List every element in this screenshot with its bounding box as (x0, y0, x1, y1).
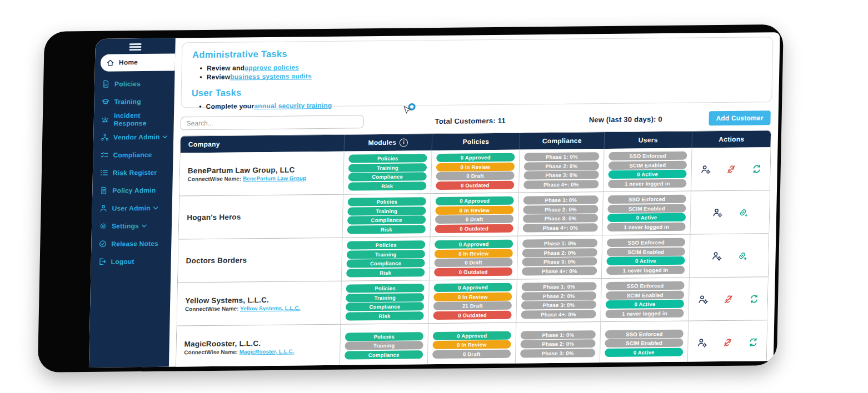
policie-pill: 0 Draft (436, 172, 515, 180)
policie-pill: 0 Approved (436, 196, 514, 205)
sync-icon[interactable] (751, 164, 761, 174)
user-pill: SCIM Enabled (607, 204, 686, 213)
sidebar-item-logout[interactable]: Logout (91, 253, 171, 270)
manage-users-icon[interactable] (697, 294, 707, 304)
compliance-pill: Phase 3: 0% (523, 214, 598, 223)
connectwise-link[interactable]: MagicRooster, L.L.C. (240, 348, 295, 355)
sidebar-item-incident-response[interactable]: Incident Response (94, 110, 174, 128)
approve-policies-link[interactable]: approve policies (245, 63, 299, 72)
link-icon[interactable] (737, 250, 747, 260)
compliance-pill: Phase 3: 0% (523, 170, 598, 179)
sidebar-item-risk-register[interactable]: Risk Register (93, 164, 173, 181)
modules-cell: PoliciesTrainingComplianceRisk (342, 194, 431, 238)
users-cell: SSO EnforcedSCIM Enabled0 Active1 never … (602, 192, 691, 235)
business-systems-audits-link[interactable]: business systems audits (230, 72, 312, 80)
module-pill: Risk (346, 268, 425, 277)
checklist-icon (100, 151, 108, 159)
menu-icon[interactable] (129, 43, 141, 51)
module-pill: Training (347, 206, 426, 215)
connectwise-link[interactable]: BenePartum Law Group (243, 175, 306, 182)
compliance-pill: Phase 3: 0% (521, 301, 596, 310)
list-icon (100, 169, 108, 177)
manage-users-icon[interactable] (711, 251, 721, 261)
info-icon[interactable] (400, 138, 408, 147)
user-pill: SCIM Enabled (607, 247, 685, 256)
user-pill: 0 Active (608, 170, 686, 179)
connectwise-link[interactable]: Yellow Systems, L.L.C. (240, 305, 301, 311)
search-input[interactable] (180, 115, 363, 130)
sidebar-item-home[interactable]: Home (101, 53, 176, 71)
page-canvas: HomePoliciesTrainingIncident ResponseVen… (0, 0, 868, 393)
policies-cell: 0 Approved0 In Review21 Draft0 Outdated (428, 280, 517, 324)
user-pill: 1 never logged in (608, 179, 686, 188)
column-header-compliance: Compliance (520, 132, 605, 149)
sidebar-item-vendor-admin[interactable]: Vendor Admin (93, 128, 174, 145)
actions-cell (689, 234, 769, 277)
user-task-item: Complete your annual security training (199, 97, 761, 110)
module-pill: Policies (348, 154, 427, 163)
user-tasks-heading: User Tasks (192, 82, 762, 98)
users-cell: SSO EnforcedSCIM Enabled0 Active1 never … (601, 235, 690, 279)
unlink-icon[interactable] (722, 337, 732, 347)
user-pill: SSO Enforced (607, 238, 685, 247)
policies-cell: 0 Approved0 In Review0 Draft (427, 323, 516, 367)
policie-pill: 0 Draft (434, 258, 512, 267)
sidebar-item-policy-admin[interactable]: Policy Admin (92, 182, 173, 199)
policie-pill: 0 In Review (433, 292, 512, 301)
module-pill: Compliance (346, 259, 425, 268)
column-header-users: Users (604, 132, 692, 149)
sync-icon[interactable] (749, 294, 759, 304)
policie-pill: 0 Outdated (434, 267, 512, 276)
modules-cell: PoliciesTrainingComplianceRisk (341, 237, 430, 281)
sidebar-item-settings[interactable]: Settings (92, 217, 172, 234)
company-cell: MagicRooster, L.L.C.ConnectWise Name: Ma… (176, 325, 341, 367)
policie-pill: 0 Approved (433, 331, 511, 340)
sidebar-item-user-admin[interactable]: User Admin (92, 199, 172, 216)
users-cell: SSO EnforcedSCIM Enabled0 Active1 never … (603, 148, 692, 192)
task-text: Review (207, 73, 231, 81)
unlink-icon[interactable] (723, 294, 733, 304)
module-pill: Risk (348, 182, 426, 190)
annual-security-training-link[interactable]: annual security training (254, 102, 332, 110)
sidebar-item-label: Compliance (113, 150, 152, 159)
link-icon[interactable] (738, 207, 748, 217)
module-pill: Training (347, 250, 425, 259)
device-frame: HomePoliciesTrainingIncident ResponseVen… (38, 24, 784, 372)
sidebar-item-training[interactable]: Training (94, 93, 174, 110)
company-name: Yellow Systems, L.L.C. (185, 295, 269, 304)
sidebar-item-compliance[interactable]: Compliance (93, 146, 173, 163)
chevron-down-icon (162, 135, 167, 138)
user-pill: 1 never logged in (606, 265, 685, 274)
modules-cell: PoliciesTrainingCompliance (340, 324, 428, 367)
module-pill: Training (345, 341, 423, 350)
manage-users-icon[interactable] (697, 337, 707, 347)
add-customer-button[interactable]: Add Customer (709, 110, 771, 125)
module-pill: Policies (348, 197, 426, 206)
actions-cell (687, 320, 767, 364)
table-row: BenePartum Law Group, LLCConnectWise Nam… (179, 147, 770, 195)
compliance-pill: Phase 4+: 0% (521, 310, 596, 319)
user-pill: 0 Active (606, 300, 684, 309)
sync-icon[interactable] (748, 337, 758, 347)
company-cell: Yellow Systems, L.L.C.ConnectWise Name: … (177, 281, 341, 326)
sidebar-item-release-notes[interactable]: Release Notes (91, 235, 172, 252)
admin-tasks-heading: Administrative Tasks (192, 44, 762, 60)
manage-users-icon[interactable] (712, 208, 722, 218)
unlink-icon[interactable] (726, 164, 736, 174)
actions-cell (688, 277, 768, 320)
table-row: Yellow Systems, L.L.C.ConnectWise Name: … (177, 276, 768, 325)
policie-pill: 0 In Review (435, 249, 513, 258)
policie-pill: 0 Outdated (435, 224, 513, 233)
compliance-pill: Phase 2: 0% (521, 291, 596, 300)
user-icon (99, 204, 107, 213)
policie-pill: 0 In Review (436, 162, 515, 171)
column-header-modules: Modules (344, 134, 432, 152)
policie-pill: 21 Draft (433, 301, 512, 310)
company-name: Doctors Borders (186, 256, 247, 265)
column-header-company: Company (181, 135, 345, 153)
compliance-pill: Phase 2: 0% (520, 339, 595, 348)
company-cell: Hogan's Heros (179, 195, 343, 239)
user-pill: SSO Enforced (608, 152, 687, 160)
manage-users-icon[interactable] (700, 164, 710, 174)
sidebar-item-policies[interactable]: Policies (94, 75, 175, 92)
